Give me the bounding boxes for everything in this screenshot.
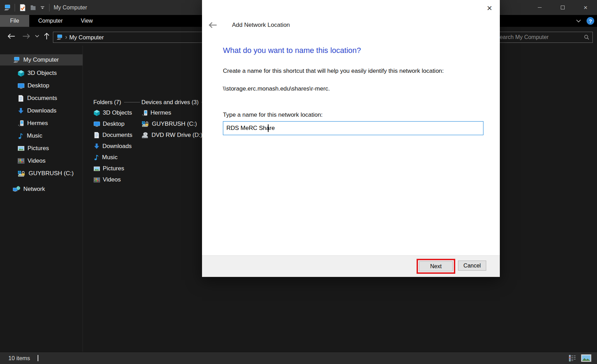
recent-locations-chevron-button[interactable] (33, 31, 41, 42)
quick-access-toolbar (0, 3, 51, 12)
help-icon[interactable]: ? (587, 17, 594, 25)
monitor-icon (17, 82, 25, 90)
folder-item-documents[interactable]: Documents (93, 130, 141, 141)
add-network-location-dialog: × Add Network Location What do you want … (202, 0, 500, 277)
sidebar-item-desktop[interactable]: Desktop (0, 79, 83, 92)
document-icon (17, 95, 24, 102)
location-name-input[interactable] (223, 121, 483, 135)
window-controls: × (528, 0, 597, 15)
sidebar-item-hermes[interactable]: Hermes (0, 117, 83, 130)
minimize-button[interactable] (528, 0, 551, 15)
folder-item-3d-objects[interactable]: 3D Objects (93, 107, 141, 118)
sidebar-item-label: Music (27, 132, 42, 139)
sidebar-item-label: 3D Objects (28, 70, 57, 77)
customize-quick-access-toolbar-button[interactable] (39, 5, 46, 10)
this-pc-icon (56, 34, 63, 41)
monitor-icon (93, 121, 100, 127)
dialog-close-button[interactable]: × (484, 2, 495, 14)
sidebar-item-videos[interactable]: Videos (0, 155, 83, 167)
toolbar-separator (15, 4, 15, 11)
picture-icon (17, 145, 25, 152)
group-header-folders[interactable]: Folders (7) (93, 97, 141, 107)
music-note-icon (17, 132, 24, 140)
text-caret (268, 124, 269, 132)
tab-computer[interactable]: Computer (29, 15, 72, 27)
music-note-icon (93, 154, 100, 161)
sidebar-item-documents[interactable]: Documents (0, 92, 83, 104)
new-folder-quick-access-button[interactable] (29, 3, 37, 12)
download-arrow-icon (93, 143, 100, 150)
breadcrumb-chevron-icon[interactable]: › (65, 34, 67, 40)
tab-view[interactable]: View (72, 15, 102, 27)
folder-item-pictures[interactable]: Pictures (93, 163, 141, 174)
close-icon: × (487, 3, 492, 13)
dialog-title: Add Network Location (232, 22, 290, 29)
dialog-heading: What do you want to name this location? (223, 46, 361, 55)
back-button[interactable] (6, 31, 17, 42)
group-rule (124, 102, 140, 102)
sidebar-item-label: Videos (28, 157, 46, 164)
sidebar-item-label: Network (23, 186, 45, 193)
navigation-pane: My Computer 3D Objects Desktop Documents (0, 46, 83, 352)
ribbon-collapse-button[interactable] (575, 18, 582, 24)
sidebar-item-music[interactable]: Music (0, 130, 83, 142)
sidebar-item-label: Pictures (28, 145, 49, 152)
network-path: \\storage.erc.monash.edu\shares\r-merc. (223, 85, 330, 92)
forward-button[interactable] (20, 31, 32, 42)
group-title: Devices and drives (3) (141, 99, 199, 106)
toolbar-separator (49, 4, 49, 11)
folder-item-desktop[interactable]: Desktop (93, 118, 141, 130)
computer-icon (13, 56, 21, 64)
status-bar: 10 items (0, 352, 597, 364)
folder-item-downloads[interactable]: Downloads (93, 141, 141, 152)
properties-quick-access-button[interactable] (18, 3, 27, 12)
document-icon (93, 132, 100, 139)
sidebar-item-3d-objects[interactable]: 3D Objects (0, 67, 83, 79)
location-name-label: Type a name for this network location: (223, 111, 323, 118)
up-button[interactable] (41, 31, 52, 42)
dialog-description: Create a name for this shortcut that wil… (223, 68, 444, 75)
window-title: My Computer (54, 5, 87, 11)
explorer-logo-icon (3, 4, 11, 11)
sidebar-item-my-computer[interactable]: My Computer (0, 54, 83, 65)
sidebar-item-network[interactable]: Network (0, 183, 83, 195)
item-label: GUYBRUSH (C:) (152, 121, 197, 127)
3d-cube-icon (93, 109, 100, 116)
search-input[interactable] (493, 34, 583, 40)
dialog-back-button[interactable] (208, 21, 218, 29)
search-box (493, 32, 593, 43)
sidebar-item-label: GUYBRUSH (C:) (29, 170, 73, 177)
sidebar-item-label: Downloads (27, 107, 56, 114)
next-button[interactable]: Next (419, 261, 453, 271)
dvd-drive-icon (141, 132, 149, 139)
sidebar-item-guybrush-drive[interactable]: GUYBRUSH (C:) (0, 167, 83, 180)
cancel-button[interactable]: Cancel (458, 261, 486, 271)
dialog-footer: Next Cancel (202, 255, 500, 277)
close-icon: × (583, 4, 587, 11)
breadcrumb[interactable]: My Computer (69, 34, 104, 41)
status-separator (38, 355, 38, 361)
download-arrow-icon (17, 107, 24, 115)
media-player-icon (17, 119, 24, 127)
search-icon[interactable] (583, 34, 590, 40)
sidebar-item-label: Desktop (28, 82, 49, 89)
3d-cube-icon (17, 70, 25, 77)
sidebar-item-label: My Computer (23, 56, 59, 63)
sidebar-item-downloads[interactable]: Downloads (0, 104, 83, 117)
close-window-button[interactable]: × (574, 0, 597, 15)
folder-item-music[interactable]: Music (93, 152, 141, 163)
maximize-button[interactable] (551, 0, 574, 15)
pane-divider (83, 46, 83, 352)
item-label: Documents (102, 132, 132, 139)
item-label: 3D Objects (103, 109, 132, 116)
tab-file[interactable]: File (0, 15, 29, 27)
item-label: Music (102, 154, 117, 161)
sidebar-item-pictures[interactable]: Pictures (0, 142, 83, 155)
details-view-button[interactable] (568, 354, 577, 362)
maximize-icon (561, 6, 565, 9)
thumbnail-view-button[interactable] (580, 354, 592, 363)
system-drive-lock-icon (141, 121, 149, 127)
folder-item-videos[interactable]: Videos (93, 174, 141, 185)
item-label: Hermes (150, 109, 171, 116)
items-count: 10 items (8, 355, 30, 362)
